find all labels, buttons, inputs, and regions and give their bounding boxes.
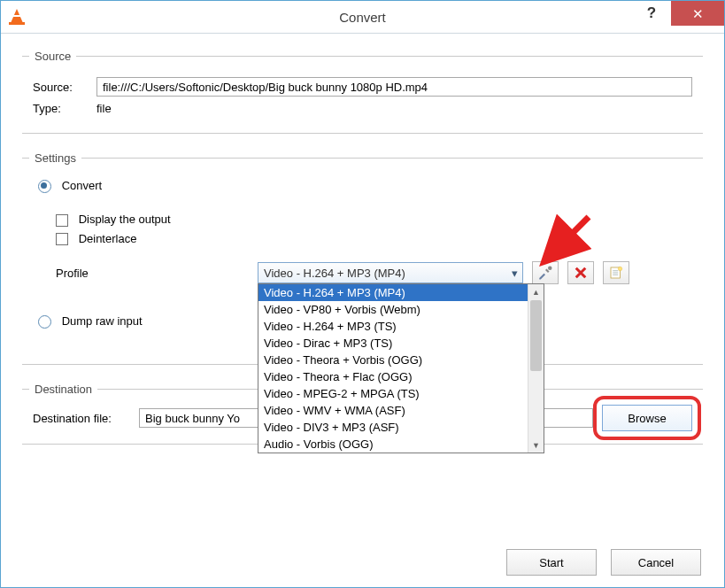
source-legend: Source — [29, 50, 76, 63]
scroll-down-button[interactable]: ▼ — [528, 437, 544, 453]
browse-button[interactable]: Browse — [602, 405, 692, 431]
scroll-up-button[interactable]: ▲ — [528, 284, 544, 299]
delete-profile-button[interactable] — [567, 261, 594, 284]
convert-label: Convert — [62, 179, 103, 192]
profile-option[interactable]: Video - H.264 + MP3 (MP4) — [258, 284, 528, 301]
scroll-thumb[interactable] — [530, 300, 542, 371]
profile-option[interactable]: Video - Theora + Vorbis (OGG) — [258, 352, 528, 368]
profile-option[interactable]: Video - Dirac + MP3 (TS) — [258, 335, 528, 352]
display-output-checkbox[interactable]: Display the output — [56, 213, 692, 227]
profile-option[interactable]: Video - DIV3 + MP3 (ASF) — [258, 419, 528, 436]
wrench-screwdriver-icon — [537, 265, 553, 281]
source-group: Source Source: Type: file — [22, 50, 703, 134]
source-label: Source: — [33, 81, 96, 94]
checkbox-icon — [56, 214, 68, 227]
profile-option[interactable]: Video - Theora + Flac (OGG) — [258, 368, 528, 385]
dropdown-scrollbar[interactable]: ▲ ▼ — [528, 284, 544, 453]
deinterlace-checkbox[interactable]: Deinterlace — [56, 232, 692, 246]
display-output-label: Display the output — [79, 213, 171, 226]
dump-raw-label: Dump raw input — [62, 314, 143, 328]
help-button[interactable]: ? — [632, 1, 671, 26]
titlebar: Convert ? ✕ — [1, 1, 724, 34]
new-profile-button[interactable] — [603, 261, 629, 284]
window-title: Convert — [1, 10, 724, 25]
profile-option[interactable]: Video - WMV + WMA (ASF) — [258, 402, 528, 419]
profile-label: Profile — [56, 267, 258, 280]
destination-file-label: Destination file: — [33, 412, 139, 425]
profile-dropdown-list[interactable]: Video - H.264 + MP3 (MP4)Video - VP80 + … — [258, 283, 544, 453]
start-button[interactable]: Start — [506, 549, 597, 576]
type-value: file — [96, 102, 112, 115]
vlc-cone-icon — [8, 6, 26, 27]
destination-legend: Destination — [29, 383, 97, 396]
cancel-button[interactable]: Cancel — [611, 549, 701, 576]
source-input[interactable] — [96, 77, 692, 97]
checkbox-icon — [56, 233, 68, 245]
convert-dialog: Convert ? ✕ Source Source: Type: file Se… — [0, 0, 725, 588]
radio-icon — [38, 180, 51, 193]
new-document-icon — [608, 265, 624, 281]
radio-icon — [38, 315, 51, 329]
deinterlace-label: Deinterlace — [79, 232, 137, 245]
profile-selected-text: Video - H.264 + MP3 (MP4) — [258, 267, 506, 280]
edit-profile-button[interactable] — [532, 261, 559, 284]
profile-option[interactable]: Video - H.264 + MP3 (TS) — [258, 318, 528, 335]
chevron-down-icon: ▾ — [506, 267, 522, 280]
browse-button-label: Browse — [628, 412, 666, 425]
profile-option[interactable]: Video - VP80 + Vorbis (Webm) — [258, 301, 528, 318]
close-button[interactable]: ✕ — [671, 1, 724, 26]
convert-radio-option[interactable]: Convert — [38, 179, 692, 193]
type-label: Type: — [33, 102, 96, 115]
settings-legend: Settings — [29, 151, 81, 165]
profile-option[interactable]: Video - MPEG-2 + MPGA (TS) — [258, 385, 528, 402]
profile-option[interactable]: Audio - Vorbis (OGG) — [258, 436, 528, 453]
svg-point-5 — [618, 267, 622, 271]
close-icon: ✕ — [692, 7, 704, 20]
cancel-button-label: Cancel — [638, 556, 674, 569]
svg-point-0 — [548, 267, 552, 271]
profile-combobox[interactable]: Video - H.264 + MP3 (MP4) ▾ — [258, 262, 523, 283]
delete-x-icon — [573, 265, 589, 281]
start-button-label: Start — [539, 556, 563, 569]
